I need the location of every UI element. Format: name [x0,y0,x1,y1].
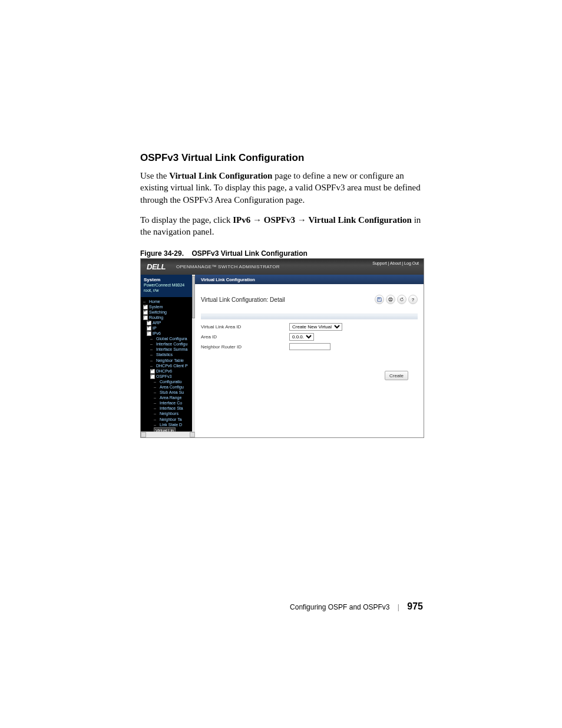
para2-arrow2: → [295,215,309,225]
tree-neighbors[interactable]: Neighbors [154,411,195,416]
toolbar-icons: ? [375,295,418,304]
create-button[interactable]: Create [385,371,408,380]
page-footer: Configuring OSPF and OSPFv3 | 975 [140,601,423,612]
config-form: Virtual Link Area ID Create New Virtual … [201,322,418,351]
scroll-left-icon[interactable] [141,432,146,437]
para2-pre: To display the page, click [140,215,233,225]
figure-title: OSPFv3 Virtual Link Configuration [191,249,307,258]
para2-nav3: Virtual Link Configuration [309,215,412,225]
sidebar-system-label: System [144,277,192,283]
para1-pre: Use the [140,171,169,180]
tree-dhcpv6[interactable]: DHCPv6 [150,368,195,374]
para2-arrow1: → [250,215,264,225]
paragraph-2: To display the page, click IPv6 → OSPFv3… [140,214,423,238]
tree-home[interactable]: Home [143,299,195,304]
tree-link-state[interactable]: Link State D [154,422,195,427]
tree-switching[interactable]: Switching [143,309,195,315]
tree-neighbor-table[interactable]: Neighbor Table [150,358,195,363]
tree-ip[interactable]: IP [147,325,195,331]
label-area-id: Area ID [201,334,289,340]
paragraph-1: Use the Virtual Link Configuration page … [140,170,423,206]
nav-tree: Home System Switching Routing ARP IP IPv… [141,297,195,439]
screenshot-figure: DELL OPENMANAGE™ SWITCH ADMINISTRATOR Su… [140,258,424,438]
top-links[interactable]: Support | About | Log Out [372,261,419,265]
refresh-icon[interactable] [397,295,406,304]
sidebar-user: root, r/w [144,288,192,294]
app-title: OPENMANAGE™ SWITCH ADMINISTRATOR [176,264,280,269]
breadcrumb: Virtual Link Configuration [195,275,424,284]
tree-ospfv3[interactable]: OSPFv3 [150,374,195,379]
tree-neighbor-t[interactable]: Neighbor Ta [154,417,195,422]
footer-page-number: 975 [407,601,423,611]
breadcrumb-text: Virtual Link Configuration [201,277,255,282]
help-icon[interactable]: ? [408,295,418,304]
tree-intf-co[interactable]: Interface Co [154,400,195,406]
tree-system[interactable]: System [143,304,195,309]
tree-intf-st[interactable]: Interface Sta [154,406,195,411]
tree-configuration[interactable]: Configuratio [154,379,195,384]
tree-stats[interactable]: Statistics [150,352,195,357]
tree-ipv6[interactable]: IPv6 [147,331,195,336]
tree-intf-summ[interactable]: Interface Summa [150,347,195,352]
select-area-id[interactable]: 0.0.0.0 [289,333,314,341]
sidebar-h-scrollbar[interactable] [141,431,195,437]
section-heading: OSPFv3 Virtual Link Configuration [140,152,423,164]
print-icon[interactable] [386,295,395,304]
dell-logo: DELL [147,262,166,271]
sidebar-model: PowerConnect M8024 [144,283,192,288]
scroll-right-icon[interactable] [190,432,195,437]
footer-chapter: Configuring OSPF and OSPFv3 [290,603,389,611]
tree-intf-config[interactable]: Interface Configu [150,341,195,347]
figure-number: Figure 34-29. [140,249,184,258]
select-virtual-link-area-id[interactable]: Create New Virtual Link [289,323,342,331]
tree-area-range[interactable]: Area Range [154,395,195,400]
divider [201,314,418,319]
para2-nav2: OSPFv3 [264,215,295,225]
sidebar-header: System PowerConnect M8024 root, r/w [141,275,195,297]
figure-caption: Figure 34-29. OSPFv3 Virtual Link Config… [140,249,423,258]
tree-area-config[interactable]: Area Configu [154,384,195,390]
sidebar: System PowerConnect M8024 root, r/w Home… [141,275,195,437]
panel-title: Virtual Link Configuration: Detail [201,297,285,303]
tree-routing[interactable]: Routing [143,315,195,320]
app-topbar: DELL OPENMANAGE™ SWITCH ADMINISTRATOR Su… [141,259,424,275]
save-icon[interactable] [375,295,384,304]
para2-nav1: IPv6 [233,215,250,225]
input-neighbor-router-id[interactable] [289,343,330,350]
svg-rect-1 [389,298,391,299]
tree-dhcpv6-client[interactable]: DHCPv6 Client P [150,363,195,368]
label-neighbor-router-id: Neighbor Router ID [201,344,289,350]
tree-stub-area[interactable]: Stub Area Su [154,390,195,395]
tree-arp[interactable]: ARP [147,320,195,325]
tree-global-config[interactable]: Global Configura [150,336,195,341]
para1-bold: Virtual Link Configuration [169,171,272,180]
main-panel: Virtual Link Configuration Virtual Link … [195,275,424,437]
label-virtual-link-area-id: Virtual Link Area ID [201,324,289,330]
footer-separator: | [398,603,399,611]
